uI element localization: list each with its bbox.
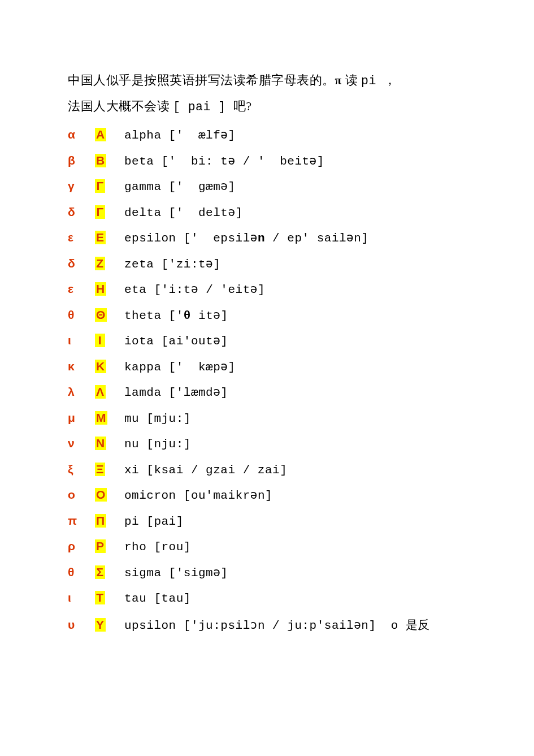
intro-text: 中国人似乎是按照英语拼写法读希腊字母表的。π 读 pi ， 法国人大概不会读 [… [68,68,469,120]
pronunciation: sigma ['sigmə] [124,565,228,580]
greek-row: κΚkappa [' kæpə] [68,360,469,386]
uppercase-letter: Ε [95,231,106,244]
pronunciation: omicron [ou'maikrən] [124,488,272,502]
pronunciation: eta ['i:tə / 'eitə] [124,282,265,296]
greek-row: ρΡrho [rou] [68,539,469,565]
uppercase-letter: Υ [95,618,106,632]
greek-letter-list: αΑalpha [' ælfə]βΒbeta [' bi: tə / ' bei… [68,128,469,642]
uppercase-letter: Ν [95,437,106,450]
greek-row: θΘtheta ['θ itə] [68,308,469,334]
text-segment: alpha [' ælfə] [124,128,236,142]
uppercase-letter: Γ [95,205,105,219]
pronunciation: rho [rou] [124,541,191,554]
greek-row: οΟomicron [ou'maikrən] [68,488,469,514]
intro-prefix: 中国人似乎是按照英语拼写法读希腊字母表的。 [68,74,335,87]
intro-line2-suffix: 吧? [233,100,252,113]
text-segment: theta [' [124,309,184,322]
lowercase-letter: ι [68,334,84,347]
greek-row: δΖzeta ['zi:tə] [68,257,469,283]
uppercase-letter: Ρ [95,539,106,553]
greek-row: ιΙiota [ai'outə] [68,334,469,360]
bold-segment: θ [184,309,191,322]
lowercase-letter: θ [68,565,84,579]
greek-row: εΕepsilon [' epsilən / ep' sailən] [68,231,469,257]
pronunciation: alpha [' ælfə] [124,128,236,142]
pronunciation: theta ['θ itə] [124,308,228,322]
intro-mid: 读 [342,74,361,87]
text-segment: itə] [191,308,228,322]
lowercase-letter: δ [68,257,84,270]
page: 中国人似乎是按照英语拼写法读希腊字母表的。π 读 pi ， 法国人大概不会读 [… [0,0,534,642]
uppercase-letter: Α [95,128,106,141]
lowercase-letter: θ [68,308,84,322]
text-segment: upsilon ['ju:psilɔn / ju:p'sailən] o 是反 [124,617,430,633]
text-segment: sigma ['sigmə] [124,565,228,580]
greek-row: νΝnu [nju:] [68,437,469,463]
uppercase-letter: Λ [95,385,106,399]
text-segment: tau [tau] [124,592,191,605]
text-segment: xi [ksai / gzai / zai] [124,464,287,477]
uppercase-letter: Β [95,154,106,167]
greek-row: πΠpi [pai] [68,514,469,540]
text-segment: pi [pai] [124,515,184,528]
lowercase-letter: υ [68,618,84,632]
pronunciation: zeta ['zi:tə] [124,257,220,271]
greek-row: δΓdelta [' deltə] [68,205,469,231]
lowercase-letter: α [68,128,84,141]
text-segment: kappa [' kæpə] [124,360,236,374]
bold-segment: n [258,232,265,245]
uppercase-letter: Κ [95,360,106,373]
uppercase-letter: Ξ [95,463,105,476]
lowercase-letter: ν [68,437,84,450]
pronunciation: delta [' deltə] [124,205,243,219]
greek-row: αΑalpha [' ælfə] [68,128,469,154]
text-segment: lamda ['læmdə] [124,385,228,399]
lowercase-letter: ξ [68,463,84,476]
lowercase-letter: ο [68,488,84,502]
text-segment: epsilon [' epsilə [124,231,258,245]
lowercase-letter: ε [68,282,84,296]
uppercase-letter: Η [95,282,106,296]
uppercase-letter: Τ [95,591,105,604]
text-segment: / ep' sailən] [265,231,368,245]
lowercase-letter: ι [68,591,84,604]
text-segment: eta ['i:tə / 'eitə] [124,282,265,296]
intro-trail: ， [384,74,397,87]
pronunciation: iota [ai'outə] [124,334,228,348]
lowercase-letter: γ [68,179,84,193]
pronunciation: xi [ksai / gzai / zai] [124,464,287,477]
text-segment: delta [' deltə] [124,205,243,219]
lowercase-letter: ε [68,231,84,244]
pronunciation: lamda ['læmdə] [124,385,228,399]
greek-row: υΥupsilon ['ju:psilɔn / ju:p'sailən] o 是… [68,617,469,643]
text-segment: beta [' bi: tə / ' beitə] [124,154,324,168]
text-segment: nu [nju:] [124,438,191,451]
text-segment: gamma [' gæmə] [124,179,236,193]
uppercase-letter: Ι [95,334,105,347]
lowercase-letter: ρ [68,539,84,553]
greek-row: μΜmu [mju:] [68,411,469,437]
text-segment: mu [mju:] [124,412,191,425]
greek-row: θΣsigma ['sigmə] [68,565,469,591]
lowercase-letter: μ [68,411,84,425]
greek-row: λΛlamda ['læmdə] [68,385,469,411]
uppercase-letter: Θ [95,308,107,322]
text-segment: iota [ai'outə] [124,334,228,348]
pronunciation: nu [nju:] [124,438,191,451]
pronunciation: kappa [' kæpə] [124,360,236,374]
greek-row: εΗeta ['i:tə / 'eitə] [68,282,469,308]
uppercase-letter: Ζ [95,257,105,270]
pronunciation: upsilon ['ju:psilɔn / ju:p'sailən] o 是反 [124,617,430,633]
pronunciation: epsilon [' epsilən / ep' sailən] [124,231,368,245]
uppercase-letter: Ο [95,488,107,502]
pi-symbol: π [335,74,342,87]
text-segment: zeta ['zi:tə] [124,257,220,271]
intro-line2-prefix: 法国人大概不会读 [68,100,173,113]
greek-row: βΒbeta [' bi: tə / ' beitə] [68,154,469,180]
greek-row: ιΤtau [tau] [68,591,469,617]
pronunciation: mu [mju:] [124,412,191,425]
uppercase-letter: Σ [95,565,105,579]
lowercase-letter: π [68,514,84,528]
uppercase-letter: Μ [95,411,107,425]
greek-row: ξΞxi [ksai / gzai / zai] [68,463,469,489]
